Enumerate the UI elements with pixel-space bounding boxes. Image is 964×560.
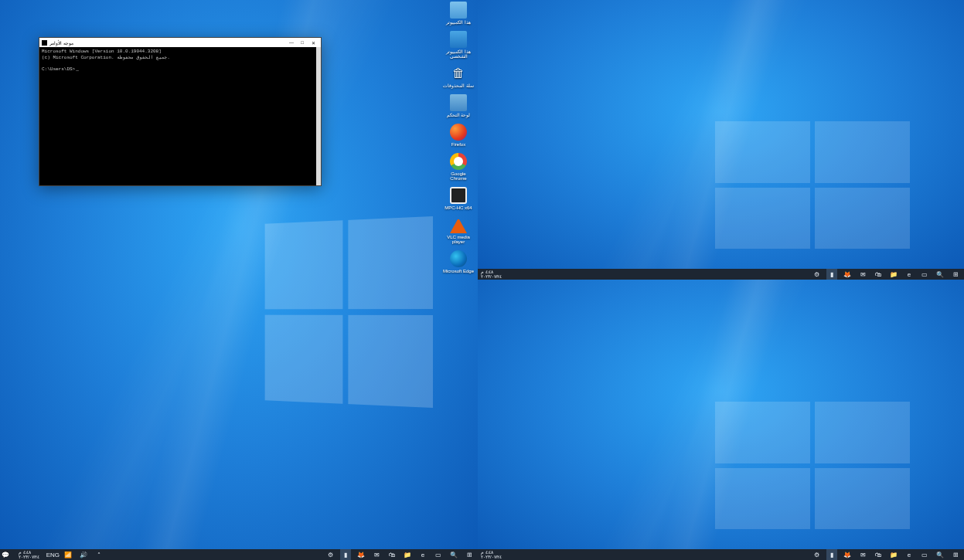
taskbar-firefox-icon[interactable]: 🦊 (356, 549, 366, 560)
network-icon[interactable]: 📶 (63, 549, 73, 560)
desktop-icon-label: Microsoft Edge (443, 269, 474, 273)
screen-right-top: ٤:٤٨ م ٢٠٢٣/٠٧/٢٤ ⊞🔍▭e📁🛍✉🦊▮⚙ (478, 0, 964, 280)
cmd-body[interactable]: Microsoft Windows [Version 10.0.19044.32… (39, 47, 321, 185)
cmd-icon (42, 40, 47, 46)
taskbar-left[interactable]: 💬 ٤:٤٨ م ٢٠٢٣/٠٧/٢٤ ENG 📶 🔊 ˄ ⊞🔍▭e📁🛍✉🦊▮⚙ (0, 549, 478, 560)
cmd-titlebar[interactable]: موجه الأوامر — □ ✕ (39, 38, 321, 47)
taskbar-task-view-icon[interactable]: ▭ (919, 269, 930, 280)
taskbar-search-icon[interactable]: 🔍 (448, 549, 459, 560)
cmd-line2: (c) Microsoft Corporation. جميع الحقوق م… (42, 55, 170, 60)
desktop-icon-label: سلة المحذوفات (443, 83, 474, 88)
taskbar-cmd-icon[interactable]: ▮ (826, 269, 837, 280)
desktop-icon-vlc[interactable]: VLC media player (442, 216, 475, 244)
desktop-icon-this-pc-2[interactable]: هذا الكمبيوتر الشخصي (442, 31, 475, 59)
control-panel-icon (450, 94, 467, 111)
edge-icon (450, 250, 467, 267)
cmd-title: موجه الأوامر (49, 40, 286, 46)
taskbar-settings-icon[interactable]: ⚙ (811, 269, 822, 280)
this-pc-2-icon (450, 31, 467, 48)
desktop-icon-mpc[interactable]: MPC-HC x64 (442, 187, 475, 210)
taskbar-edge-icon[interactable]: e (904, 269, 915, 280)
vlc-icon (450, 216, 467, 233)
cmd-line1: Microsoft Windows [Version 10.0.19044.32… (42, 49, 162, 54)
sound-icon[interactable]: 🔊 (78, 549, 89, 560)
taskbar-clock[interactable]: ٤:٤٨ م ٢٠٢٣/٠٧/٢٤ (478, 270, 505, 279)
desktop-icon-label: MPC-HC x64 (445, 205, 472, 210)
wallpaper-windows-logo (715, 121, 910, 249)
desktop-icon-label: لوحة التحكم (447, 113, 471, 117)
tray-chevron-icon[interactable]: ˄ (94, 549, 104, 560)
cmd-cursor: _ (76, 66, 79, 73)
taskbar-file-explorer-icon[interactable]: 📁 (888, 269, 899, 280)
taskbar-edge-icon[interactable]: e (904, 549, 915, 560)
taskbar-cmd-icon[interactable]: ▮ (340, 549, 351, 560)
desktop-icon-label: Firefox (451, 142, 465, 147)
taskbar-clock[interactable]: ٤:٤٨ م ٢٠٢٣/٠٧/٢٤ (478, 550, 505, 559)
cmd-prompt: C:\Users\DS> (42, 66, 75, 72)
taskbar-cmd-icon[interactable]: ▮ (826, 549, 837, 560)
taskbar-settings-icon[interactable]: ⚙ (325, 549, 336, 560)
taskbar-right-top[interactable]: ٤:٤٨ م ٢٠٢٣/٠٧/٢٤ ⊞🔍▭e📁🛍✉🦊▮⚙ (478, 269, 964, 280)
taskbar-file-explorer-icon[interactable]: 📁 (402, 549, 413, 560)
lang-indicator[interactable]: ENG (47, 549, 58, 560)
desktop-icon-label: VLC media player (442, 235, 475, 244)
wallpaper-windows-logo (265, 216, 433, 408)
desktop-icons-column: هذا الكمبيوترهذا الكمبيوتر الشخصي🗑سلة ال… (442, 2, 475, 273)
taskbar-task-view-icon[interactable]: ▭ (919, 549, 930, 560)
wallpaper-windows-logo (715, 402, 910, 529)
taskbar-firefox-icon[interactable]: 🦊 (842, 269, 853, 280)
desktop-icon-firefox[interactable]: Firefox (442, 124, 475, 147)
mpc-icon (450, 187, 467, 204)
chrome-icon (450, 153, 467, 170)
taskbar-mail-icon[interactable]: ✉ (371, 549, 382, 560)
desktop-icon-label: هذا الكمبيوتر الشخصي (442, 49, 475, 59)
desktop-icon-this-pc[interactable]: هذا الكمبيوتر (442, 2, 475, 25)
desktop-icon-control-panel[interactable]: لوحة التحكم (442, 94, 475, 117)
taskbar-start-icon[interactable]: ⊞ (464, 549, 475, 560)
this-pc-icon (450, 2, 467, 19)
taskbar-mail-icon[interactable]: ✉ (857, 549, 868, 560)
taskbar-start-icon[interactable]: ⊞ (950, 549, 961, 560)
desktop-icon-label: هذا الكمبيوتر (446, 20, 471, 25)
recycle-bin-icon: 🗑 (450, 65, 467, 82)
taskbar-task-view-icon[interactable]: ▭ (433, 549, 444, 560)
desktop-icon-chrome[interactable]: Google Chrome (442, 153, 475, 181)
taskbar-mail-icon[interactable]: ✉ (857, 269, 868, 280)
desktop-icon-edge[interactable]: Microsoft Edge (442, 250, 475, 273)
taskbar-search-icon[interactable]: 🔍 (935, 549, 945, 560)
desktop-icon-label: Google Chrome (442, 171, 475, 181)
screen-right-bottom: ٤:٤٨ م ٢٠٢٣/٠٧/٢٤ ⊞🔍▭e📁🛍✉🦊▮⚙ (478, 280, 964, 560)
taskbar-store-icon[interactable]: 🛍 (387, 549, 397, 560)
cmd-window[interactable]: موجه الأوامر — □ ✕ Microsoft Windows [Ve… (39, 37, 322, 186)
firefox-icon (450, 124, 467, 141)
desktop-icon-recycle-bin[interactable]: 🗑سلة المحذوفات (442, 65, 475, 88)
taskbar-clock[interactable]: ٤:٤٨ م ٢٠٢٣/٠٧/٢٤ (15, 550, 43, 559)
taskbar-right-bottom[interactable]: ٤:٤٨ م ٢٠٢٣/٠٧/٢٤ ⊞🔍▭e📁🛍✉🦊▮⚙ (478, 549, 964, 560)
taskbar-search-icon[interactable]: 🔍 (935, 269, 945, 280)
taskbar-edge-icon[interactable]: e (417, 549, 428, 560)
taskbar-start-icon[interactable]: ⊞ (950, 269, 961, 280)
taskbar-store-icon[interactable]: 🛍 (873, 269, 884, 280)
taskbar-firefox-icon[interactable]: 🦊 (842, 549, 853, 560)
minimize-button[interactable]: — (286, 39, 297, 46)
screen-left: هذا الكمبيوترهذا الكمبيوتر الشخصي🗑سلة ال… (0, 0, 478, 560)
taskbar-store-icon[interactable]: 🛍 (873, 549, 884, 560)
action-center-icon[interactable]: 💬 (0, 549, 11, 560)
taskbar-settings-icon[interactable]: ⚙ (811, 549, 822, 560)
close-button[interactable]: ✕ (308, 39, 318, 46)
maximize-button[interactable]: □ (297, 39, 308, 46)
taskbar-file-explorer-icon[interactable]: 📁 (888, 549, 899, 560)
